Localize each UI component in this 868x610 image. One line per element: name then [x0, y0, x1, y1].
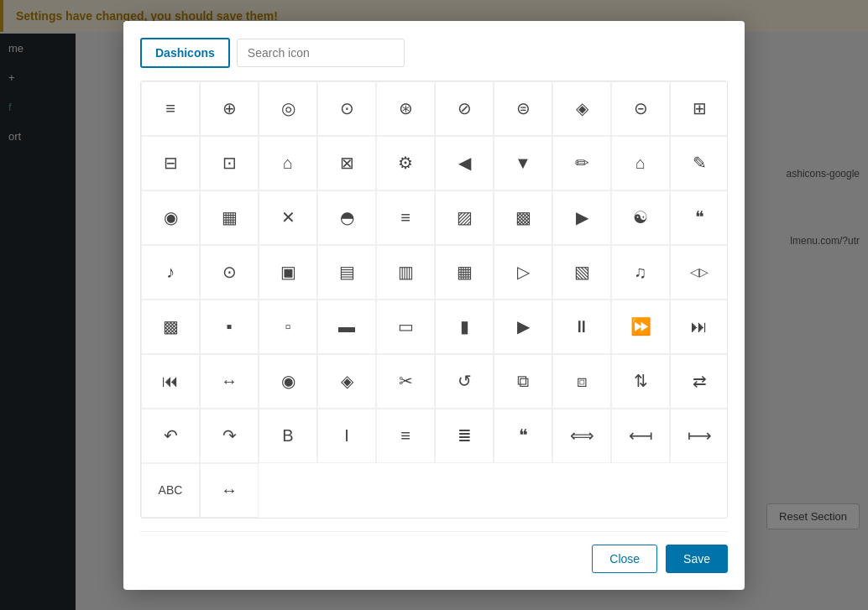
- icon-house[interactable]: ⌂: [611, 136, 670, 190]
- icon-audio-alt[interactable]: ♫: [611, 245, 670, 300]
- icon-sort[interactable]: ⇅: [611, 354, 670, 409]
- close-button[interactable]: Close: [592, 545, 657, 573]
- icon-link[interactable]: ⊘: [435, 81, 494, 136]
- icon-undo[interactable]: ↶: [141, 409, 200, 463]
- icon-list-view[interactable]: ▦: [200, 190, 259, 245]
- icon-clipboard[interactable]: ⊜: [494, 81, 552, 136]
- icon-audio[interactable]: ♪: [141, 245, 200, 300]
- icon-align-left[interactable]: ⟺: [552, 409, 611, 463]
- dashicons-tab[interactable]: Dashicons: [140, 38, 230, 68]
- icon-video[interactable]: ▣: [259, 245, 317, 300]
- icon-align-right[interactable]: ⟼: [670, 409, 728, 463]
- icon-align-left[interactable]: ≡: [376, 190, 435, 245]
- icon-quote[interactable]: ❝: [670, 190, 728, 245]
- icon-volume[interactable]: ◉: [259, 354, 317, 409]
- page-background: Settings have changed, you should save t…: [0, 0, 868, 610]
- icon-video-alt[interactable]: ▶: [552, 190, 611, 245]
- icon-fullscreen[interactable]: ⧈: [552, 354, 611, 409]
- icon-list[interactable]: ▮: [435, 300, 494, 354]
- icons-grid: ≡⊕◎⊙⊛⊘⊜◈⊝⊞◉⊟⊡⌂⊠⚙◀▼✏⌂✎⊞◉▦✕◓≡▨▩▶☯❝❞♪⊙▣▤▥▦▷…: [141, 81, 728, 518]
- icon-camera[interactable]: ⊛: [376, 81, 435, 136]
- icon-video-alt3[interactable]: ▦: [435, 245, 494, 300]
- modal-footer: Close Save: [140, 531, 728, 573]
- icon-plugin[interactable]: ⊞: [670, 81, 728, 136]
- icon-slides[interactable]: ▤: [317, 245, 376, 300]
- search-input[interactable]: [237, 39, 405, 67]
- icon-crop[interactable]: ✂: [376, 354, 435, 409]
- icon-align-center[interactable]: ⟻: [611, 409, 670, 463]
- icon-graduation[interactable]: ◓: [317, 190, 376, 245]
- icons-container: ≡⊕◎⊙⊛⊘⊜◈⊝⊞◉⊟⊡⌂⊠⚙◀▼✏⌂✎⊞◉▦✕◓≡▨▩▶☯❝❞♪⊙▣▤▥▦▷…: [140, 81, 728, 519]
- icon-expand[interactable]: ↔: [200, 463, 259, 518]
- icon-filter[interactable]: ▼: [494, 136, 552, 190]
- icon-ul[interactable]: ≡: [376, 409, 435, 463]
- icon-bold[interactable]: B: [259, 409, 317, 463]
- icon-repeat[interactable]: ↔: [200, 354, 259, 409]
- icon-pause[interactable]: ⏸: [552, 300, 611, 354]
- icon-globe[interactable]: ⊕: [200, 81, 259, 136]
- icon-text[interactable]: ▫: [259, 300, 317, 354]
- icon-code[interactable]: ◁▷: [670, 245, 728, 300]
- icon-menu[interactable]: ≡: [141, 81, 200, 136]
- icon-edit[interactable]: ✎: [670, 136, 728, 190]
- icon-dismiss[interactable]: ✕: [259, 190, 317, 245]
- icon-video-alt2[interactable]: ▥: [376, 245, 435, 300]
- icon-fast-forward[interactable]: ⏩: [611, 300, 670, 354]
- icon-pencil[interactable]: ✏: [552, 136, 611, 190]
- icon-pushpin[interactable]: ⊙: [317, 81, 376, 136]
- icon-migrate[interactable]: ⇄: [670, 354, 728, 409]
- icon-wrench[interactable]: ⊟: [141, 136, 200, 190]
- icon-quote[interactable]: ❝: [494, 409, 552, 463]
- icon-key[interactable]: ⌂: [259, 136, 317, 190]
- icons-grid-wrapper: ≡⊕◎⊙⊛⊘⊜◈⊝⊞◉⊟⊡⌂⊠⚙◀▼✏⌂✎⊞◉▦✕◓≡▨▩▶☯❝❞♪⊙▣▤▥▦▷…: [141, 81, 727, 518]
- icon-brush[interactable]: ⊝: [611, 81, 670, 136]
- icon-spreadsheet[interactable]: ▬: [317, 300, 376, 354]
- icon-play[interactable]: ▶: [494, 300, 552, 354]
- icon-posts[interactable]: ▪: [200, 300, 259, 354]
- icon-exit-fullscreen[interactable]: ⧉: [494, 354, 552, 409]
- icon-chart[interactable]: ⊡: [200, 136, 259, 190]
- icon-post[interactable]: ▩: [141, 300, 200, 354]
- icon-redo[interactable]: ↷: [200, 409, 259, 463]
- icon-ol[interactable]: ≣: [435, 409, 494, 463]
- save-button[interactable]: Save: [666, 545, 728, 573]
- icon-gear[interactable]: ⚙: [376, 136, 435, 190]
- icon-home[interactable]: ⊠: [317, 136, 376, 190]
- icon-visibility[interactable]: ◉: [141, 190, 200, 245]
- icon-italic[interactable]: I: [317, 409, 376, 463]
- icon-images-alt[interactable]: ▩: [494, 190, 552, 245]
- icon-camera-alt[interactable]: ⊙: [200, 245, 259, 300]
- icon-chat[interactable]: ☯: [611, 190, 670, 245]
- icon-archive[interactable]: ▧: [552, 245, 611, 300]
- icon-media-video[interactable]: ▷: [494, 245, 552, 300]
- icon-image[interactable]: ▨: [435, 190, 494, 245]
- icon-comment[interactable]: ◈: [552, 81, 611, 136]
- icon-undo[interactable]: ↺: [435, 354, 494, 409]
- icon-arrow-left[interactable]: ◀: [435, 136, 494, 190]
- icon-picker-modal: Dashicons ≡⊕◎⊙⊛⊘⊜◈⊝⊞◉⊟⊡⌂⊠⚙◀▼✏⌂✎⊞◉▦✕◓≡▨▩▶…: [123, 21, 745, 590]
- icon-mute[interactable]: ◈: [317, 354, 376, 409]
- icon-spellcheck[interactable]: ABC: [141, 463, 200, 518]
- icon-art[interactable]: ◎: [259, 81, 317, 136]
- icon-beginning[interactable]: ⏮: [141, 354, 200, 409]
- icon-end[interactable]: ⏭: [670, 300, 728, 354]
- modal-header: Dashicons: [140, 38, 728, 68]
- modal-overlay: Dashicons ≡⊕◎⊙⊛⊘⊜◈⊝⊞◉⊟⊡⌂⊠⚙◀▼✏⌂✎⊞◉▦✕◓≡▨▩▶…: [0, 0, 868, 610]
- icon-toc[interactable]: ▭: [376, 300, 435, 354]
